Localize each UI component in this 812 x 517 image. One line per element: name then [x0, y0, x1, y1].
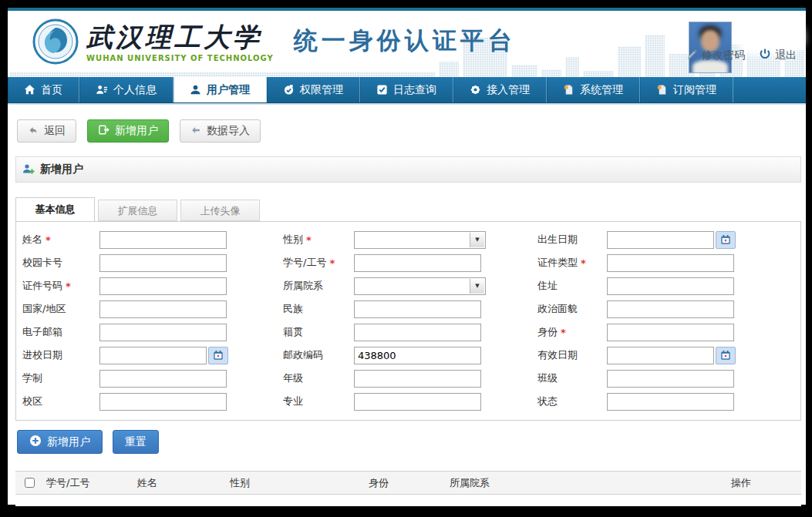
reset-button[interactable]: 重置	[113, 430, 159, 454]
field-label: 证件号码	[22, 279, 62, 293]
empty-table-body	[15, 495, 801, 506]
required-asterisk: *	[66, 280, 71, 292]
tab-label: 基本信息	[35, 203, 76, 215]
valid-date-field: 有效日期	[537, 346, 794, 364]
form-actions: 新增用户 重置	[17, 430, 800, 458]
field-label: 籍贯	[283, 325, 303, 339]
field-label: 国家/地区	[22, 302, 66, 316]
class-field: 班级	[537, 369, 794, 388]
field-label: 进校日期	[22, 348, 62, 362]
political-status-input[interactable]	[607, 300, 734, 318]
nav-label: 权限管理	[300, 83, 343, 97]
field-label: 校园卡号	[22, 256, 62, 270]
nav-item-system-management[interactable]: 系统管理	[547, 77, 640, 102]
app-window: 武汉理工大学 WUHAN UNIVERSITY OF TECHNOLOGY 统一…	[8, 8, 806, 505]
table-header-row: 学号/工号 姓名 性别 身份 所属院系 操作	[15, 472, 801, 495]
class-input[interactable]	[607, 370, 734, 388]
select-all-checkbox[interactable]	[25, 478, 35, 488]
native-place-input[interactable]	[354, 324, 481, 341]
nav-item-user-management[interactable]: 用户管理	[174, 77, 267, 102]
id-type-field: 证件类型*	[537, 253, 794, 272]
required-asterisk: *	[561, 327, 566, 338]
access-icon	[470, 84, 481, 96]
plus-circle-icon	[29, 435, 42, 449]
nav-item-permission-management[interactable]: 权限管理	[267, 77, 360, 102]
major-field: 专业	[283, 392, 537, 411]
enrollment-date-input[interactable]	[99, 347, 207, 364]
grade-input[interactable]	[354, 370, 481, 388]
birthdate-input[interactable]	[607, 231, 714, 249]
platform-title: 统一身份认证平台	[294, 25, 516, 57]
nav-item-profile[interactable]: 个人信息	[79, 77, 174, 102]
change-password-link[interactable]: 修改密码	[686, 49, 745, 62]
section-header: 新增用户	[15, 156, 801, 183]
tab-label: 扩展信息	[118, 205, 158, 217]
address-field: 住址	[537, 277, 794, 295]
field-label: 住址	[537, 279, 558, 293]
name-field: 姓名*	[22, 230, 283, 249]
student-id-input[interactable]	[354, 254, 481, 272]
political-status-field: 政治面貌	[537, 300, 794, 318]
email-input[interactable]	[99, 324, 227, 341]
address-input[interactable]	[607, 277, 734, 295]
system-icon	[563, 84, 574, 96]
calendar-button[interactable]	[716, 231, 736, 249]
major-input[interactable]	[354, 393, 481, 411]
import-label: 数据导入	[207, 124, 250, 138]
department-field: 所属院系 ▼	[283, 277, 537, 295]
campus-card-input[interactable]	[99, 254, 227, 272]
country-input[interactable]	[99, 300, 227, 318]
university-name-cn: 武汉理工大学	[86, 22, 262, 52]
ethnicity-input[interactable]	[354, 300, 481, 318]
header: 武汉理工大学 WUHAN UNIVERSITY OF TECHNOLOGY 统一…	[8, 11, 806, 77]
submit-add-user-button[interactable]: 新增用户	[17, 430, 103, 454]
status-input[interactable]	[607, 393, 734, 411]
campus-field: 校区	[22, 392, 283, 411]
tab-upload-avatar[interactable]: 上传头像	[180, 200, 260, 221]
university-logo-icon	[32, 18, 79, 65]
nav-item-access-management[interactable]: 接入管理	[453, 77, 547, 102]
gender-select[interactable]: ▼	[354, 231, 486, 249]
calendar-button[interactable]	[716, 347, 736, 364]
required-asterisk: *	[581, 257, 586, 269]
col-department: 所属院系	[446, 472, 728, 495]
tab-extended-info[interactable]: 扩展信息	[98, 200, 177, 221]
field-label: 有效日期	[537, 348, 578, 362]
campus-input[interactable]	[99, 393, 227, 411]
valid-date-input[interactable]	[607, 347, 714, 364]
subscribe-icon	[656, 84, 668, 96]
gender-field: 性别* ▼	[283, 230, 537, 249]
add-user-label: 新增用户	[115, 124, 158, 138]
chevron-down-icon[interactable]: ▼	[470, 279, 484, 294]
nav-item-home[interactable]: 首页	[8, 77, 79, 102]
identity-input[interactable]	[607, 324, 734, 341]
identity-field: 身份*	[537, 323, 794, 341]
required-asterisk: *	[306, 234, 312, 246]
back-button[interactable]: 返回	[17, 119, 76, 143]
calendar-button[interactable]	[208, 347, 228, 364]
arrow-left-icon	[28, 125, 39, 138]
name-input[interactable]	[99, 231, 227, 249]
add-user-toolbar-button[interactable]: 新增用户	[87, 119, 169, 143]
col-gender: 性别	[227, 472, 366, 495]
department-select[interactable]: ▼	[354, 277, 486, 295]
col-actions: 操作	[728, 472, 801, 495]
nav-label: 个人信息	[113, 83, 157, 97]
enrollment-date-field: 进校日期	[22, 346, 283, 364]
schooling-length-field: 学制	[22, 369, 283, 388]
schooling-length-input[interactable]	[99, 370, 227, 388]
data-import-button[interactable]: 数据导入	[180, 119, 261, 143]
nav-item-log-query[interactable]: 日志查询	[360, 77, 453, 102]
user-name-redacted	[743, 25, 798, 49]
postal-code-input[interactable]	[354, 347, 481, 364]
chevron-down-icon[interactable]: ▼	[470, 233, 484, 247]
nav-item-subscription-management[interactable]: 订阅管理	[640, 77, 733, 102]
add-user-icon	[98, 124, 110, 138]
user-results-table: 学号/工号 姓名 性别 身份 所属院系 操作	[15, 471, 801, 495]
tab-basic-info[interactable]: 基本信息	[15, 197, 95, 221]
reset-label: 重置	[125, 435, 147, 449]
id-number-input[interactable]	[99, 277, 227, 295]
id-type-input[interactable]	[607, 254, 734, 272]
field-label: 班级	[537, 371, 558, 385]
logout-link[interactable]: 退出	[759, 48, 797, 62]
